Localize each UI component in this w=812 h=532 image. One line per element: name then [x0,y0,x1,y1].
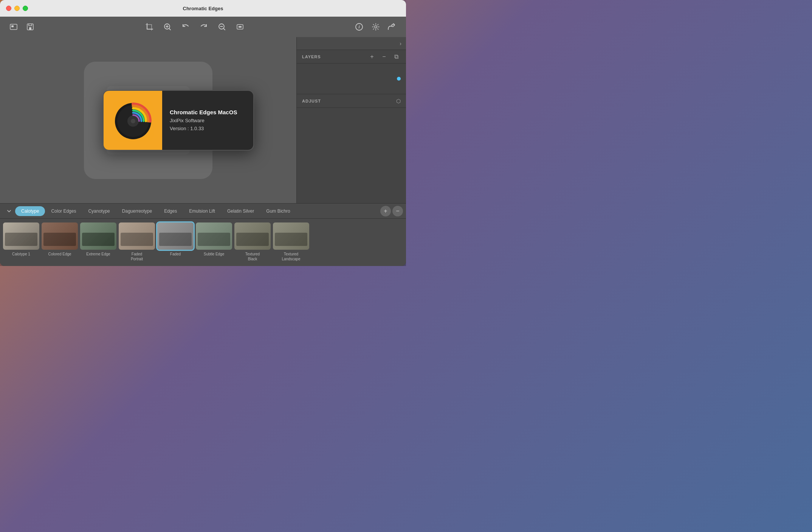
save-button[interactable] [23,20,38,34]
about-dialog: Chromatic Edges MacOS JixiPix Software V… [103,90,254,151]
right-panel: › LAYERS + − ⧉ ADJUST ⬡ [296,37,406,203]
preset-label-calotype-1: Calotype 1 [12,252,30,257]
about-text-content: Chromatic Edges MacOS JixiPix Software V… [162,91,245,150]
tab-daguerreotype[interactable]: Daguerreotype [116,206,158,216]
panel-collapse-button[interactable]: › [400,40,401,47]
crop-button[interactable] [142,20,157,34]
panel-collapse-bar: › [297,37,406,50]
tab-edges[interactable]: Edges [158,206,183,216]
tab-emulsion-lift[interactable]: Emulsion Lift [183,206,221,216]
preset-label-textured-black: TexturedBlack [245,252,260,261]
tab-color-edges[interactable]: Color Edges [45,206,82,216]
settings-button[interactable] [368,20,383,34]
preset-label-colored-edge: Colored Edge [48,252,71,257]
preset-textured-landscape[interactable]: TexturedLandscape [273,222,309,261]
redo-button[interactable] [196,20,211,34]
svg-point-15 [131,119,135,123]
preset-faded-portrait[interactable]: FadedPortrait [119,222,155,261]
preset-calotype-1[interactable]: Calotype 1 [3,222,39,257]
share-button[interactable] [385,20,400,34]
collapse-presets-button[interactable] [3,205,15,217]
minimize-button[interactable] [14,6,20,11]
preset-label-faded: Faded [170,252,181,257]
fit-button[interactable] [232,20,248,34]
close-button[interactable] [6,6,11,11]
tab-calotype[interactable]: Calotype [15,206,45,216]
preset-subtle-edge[interactable]: Subtle Edge [196,222,232,257]
zoom-in-button[interactable] [160,20,175,34]
preset-textured-black[interactable]: TexturedBlack [234,222,271,261]
about-app-icon [104,91,162,151]
adjust-section: ADJUST ⬡ [297,94,406,108]
preset-label-subtle-edge: Subtle Edge [204,252,225,257]
tab-cyanotype[interactable]: Cyanotype [82,206,116,216]
preset-thumb-calotype-1 [3,222,39,250]
adjust-title: ADJUST [302,99,396,103]
svg-text:i: i [358,25,360,29]
category-tabs: Calotype Color Edges Cyanotype Daguerreo… [0,204,406,219]
preset-label-faded-portrait: FadedPortrait [131,252,143,261]
preset-extreme-edge[interactable]: Extreme Edge [80,222,116,257]
adjust-icon: ⬡ [396,98,401,104]
preset-thumb-faded [157,222,194,250]
svg-rect-1 [11,25,14,27]
preset-thumb-extreme-edge [80,222,116,250]
about-company: JixiPix Software [170,118,237,123]
svg-point-10 [375,26,377,28]
zoom-out-button[interactable] [214,20,229,34]
presets-row: Calotype 1 Colored Edge Extreme Edge Fad… [0,219,406,266]
preset-thumb-faded-portrait [119,222,155,250]
open-button[interactable] [6,20,21,34]
tab-gelatin-silver[interactable]: Gelatin Silver [221,206,260,216]
preset-thumb-textured-landscape [273,222,309,250]
svg-rect-7 [239,26,242,28]
canvas-area[interactable]: Chromatic Edges MacOS JixiPix Software V… [0,37,296,203]
preset-faded[interactable]: Faded [157,222,194,257]
window-title: Chromatic Edges [183,6,223,11]
preset-thumb-subtle-edge [196,222,232,250]
svg-rect-3 [29,27,31,30]
about-version: Version : 1.0.33 [170,126,237,131]
preset-thumb-colored-edge [42,222,78,250]
preset-thumb-textured-black [234,222,271,250]
add-category-button[interactable]: + [380,206,391,216]
undo-button[interactable] [178,20,193,34]
remove-layer-button[interactable]: − [380,52,389,61]
layers-content [297,64,406,94]
preset-label-extreme-edge: Extreme Edge [86,252,110,257]
layer-indicator [397,77,401,81]
main-content: Chromatic Edges MacOS JixiPix Software V… [0,37,406,203]
preset-colored-edge[interactable]: Colored Edge [42,222,78,257]
maximize-button[interactable] [23,6,28,11]
toolbar: i [0,17,406,37]
preset-label-textured-landscape: TexturedLandscape [282,252,301,261]
about-app-name: Chromatic Edges MacOS [170,109,237,115]
layers-header: LAYERS + − ⧉ [297,50,406,64]
remove-category-button[interactable]: − [392,206,403,216]
main-window: Chromatic Edges [0,0,406,266]
tab-gum-bichro[interactable]: Gum Bichro [260,206,296,216]
traffic-lights [6,6,28,11]
layers-title: LAYERS [302,54,364,59]
info-button[interactable]: i [352,20,367,34]
add-layer-button[interactable]: + [367,52,377,61]
layers-section: LAYERS + − ⧉ [297,50,406,94]
copy-layer-button[interactable]: ⧉ [392,52,401,61]
bottom-panel: Calotype Color Edges Cyanotype Daguerreo… [0,203,406,266]
titlebar: Chromatic Edges [0,0,406,17]
adjust-header: ADJUST ⬡ [297,94,406,108]
